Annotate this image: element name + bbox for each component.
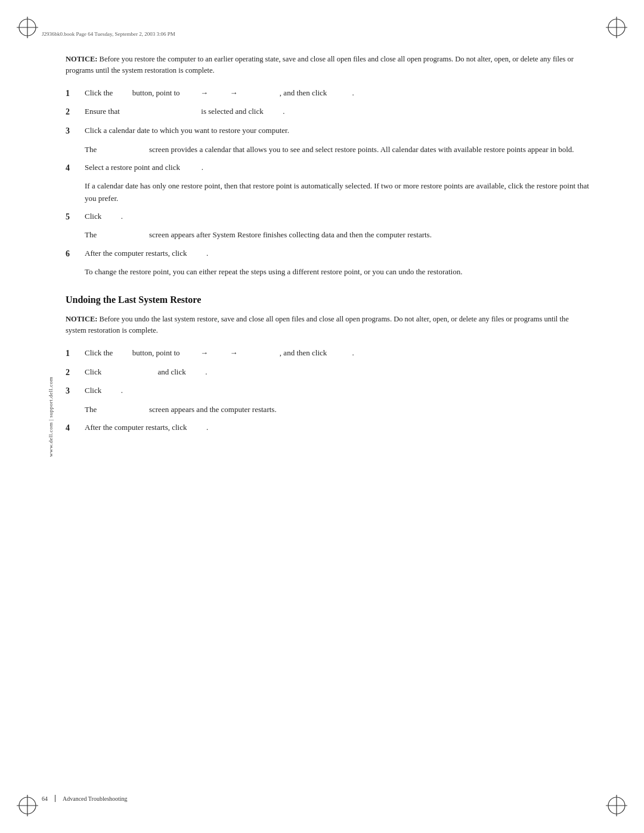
step-5-content: Click . (85, 210, 590, 222)
corner-mark-tr (606, 17, 627, 38)
step-6-sub: To change the restore point, you can eit… (66, 266, 590, 278)
step2-4-num: 4 (66, 422, 85, 435)
step-4: 4 Select a restore point and click . (66, 162, 590, 175)
footer-section-name: Advanced Troubleshooting (63, 795, 128, 802)
step-4-num: 4 (66, 162, 85, 175)
step-5: 5 Click . (66, 210, 590, 224)
step-5-sub: The screen appears after System Restore … (66, 229, 590, 241)
spine-text: www.dell.com | support.dell.com (48, 376, 54, 457)
step2-2-content: Click and click . (85, 366, 590, 378)
step-6: 6 After the computer restarts, click . (66, 247, 590, 261)
step-2-num: 2 (66, 106, 85, 119)
step-3-sub-para: The screen provides a calendar that allo… (85, 144, 590, 156)
footer-divider (55, 795, 55, 802)
step-4-sub-para: If a calendar date has only one restore … (85, 180, 590, 204)
step2-2: 2 Click and click . (66, 366, 590, 379)
corner-mark-tl (17, 17, 38, 38)
page: www.dell.com | support.dell.com J2936bk0… (0, 0, 644, 833)
step-1-content: Click the button, point to → → , and the… (85, 87, 590, 99)
page-header: J2936bk0.book Page 64 Tuesday, September… (42, 31, 602, 37)
notice-1: NOTICE: Before you restore the computer … (66, 54, 590, 76)
page-footer: 64 Advanced Troubleshooting (42, 795, 602, 802)
step2-3-content: Click . (85, 385, 590, 397)
step-6-num: 6 (66, 247, 85, 261)
step2-4: 4 After the computer restarts, click . (66, 422, 590, 435)
step-3-content: Click a calendar date to which you want … (85, 125, 590, 137)
step2-2-num: 2 (66, 366, 85, 379)
corner-mark-br (606, 795, 627, 816)
step2-3-num: 3 (66, 385, 85, 398)
steps-list-1: 1 Click the button, point to → → , and t… (66, 87, 590, 278)
step-3-num: 3 (66, 125, 85, 138)
notice-1-label: NOTICE: (66, 55, 97, 63)
step2-1-content: Click the button, point to → → , and the… (85, 347, 590, 359)
main-content: NOTICE: Before you restore the computer … (66, 54, 590, 435)
steps-list-2: 1 Click the button, point to → → , and t… (66, 347, 590, 435)
footer-page-num: 64 (42, 795, 48, 802)
notice-1-text: Before you restore the computer to an ea… (66, 55, 574, 75)
step-6-sub-para: To change the restore point, you can eit… (85, 266, 590, 278)
step2-1-num: 1 (66, 347, 85, 360)
step-1-num: 1 (66, 87, 85, 100)
step-5-sub-para: The screen appears after System Restore … (85, 229, 590, 241)
step-2-content: Ensure that is selected and click . (85, 106, 590, 117)
step-6-content: After the computer restarts, click . (85, 247, 590, 259)
step2-3-sub-para: The screen appears and the computer rest… (85, 404, 590, 416)
step-5-num: 5 (66, 210, 85, 224)
notice-2-label: NOTICE: (66, 315, 97, 323)
section-2-heading: Undoing the Last System Restore (66, 295, 590, 305)
step2-3: 3 Click . (66, 385, 590, 398)
step2-4-content: After the computer restarts, click . (85, 422, 590, 433)
notice-2-text: Before you undo the last system restore,… (66, 315, 569, 335)
notice-2: NOTICE: Before you undo the last system … (66, 314, 590, 336)
header-text: J2936bk0.book Page 64 Tuesday, September… (42, 31, 175, 37)
step-4-content: Select a restore point and click . (85, 162, 590, 174)
corner-mark-bl (17, 795, 38, 816)
step-2: 2 Ensure that is selected and click . (66, 106, 590, 119)
step2-3-sub: The screen appears and the computer rest… (66, 404, 590, 416)
step-4-sub: If a calendar date has only one restore … (66, 180, 590, 204)
step-3-sub: The screen provides a calendar that allo… (66, 144, 590, 156)
step-1: 1 Click the button, point to → → , and t… (66, 87, 590, 100)
step2-1: 1 Click the button, point to → → , and t… (66, 347, 590, 360)
step-3: 3 Click a calendar date to which you wan… (66, 125, 590, 138)
